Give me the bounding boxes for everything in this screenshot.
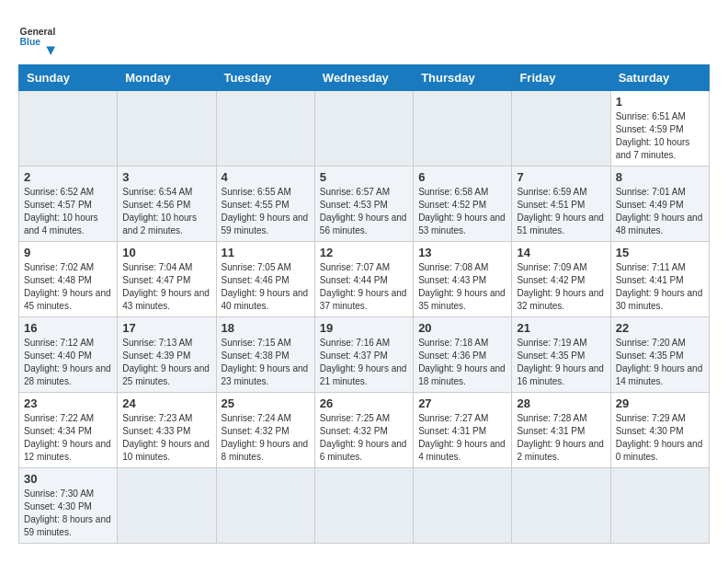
day-number: 22 bbox=[616, 321, 704, 335]
day-number: 26 bbox=[320, 396, 408, 410]
day-info: Sunrise: 7:13 AM Sunset: 4:39 PM Dayligh… bbox=[122, 337, 210, 388]
day-number: 16 bbox=[24, 321, 112, 335]
day-number: 3 bbox=[122, 170, 210, 184]
calendar-cell: 10Sunrise: 7:04 AM Sunset: 4:47 PM Dayli… bbox=[118, 242, 216, 317]
day-number: 17 bbox=[122, 321, 210, 335]
logo-icon: General Blue bbox=[18, 18, 55, 55]
day-info: Sunrise: 6:59 AM Sunset: 4:51 PM Dayligh… bbox=[517, 186, 605, 237]
calendar-cell: 26Sunrise: 7:25 AM Sunset: 4:32 PM Dayli… bbox=[314, 393, 413, 468]
day-info: Sunrise: 7:29 AM Sunset: 4:30 PM Dayligh… bbox=[616, 412, 704, 464]
day-number: 14 bbox=[517, 246, 605, 259]
svg-marker-2 bbox=[46, 46, 55, 55]
day-info: Sunrise: 7:24 AM Sunset: 4:32 PM Dayligh… bbox=[222, 412, 310, 464]
calendar-cell bbox=[414, 91, 512, 167]
day-info: Sunrise: 7:25 AM Sunset: 4:32 PM Dayligh… bbox=[320, 412, 408, 464]
calendar-cell: 6Sunrise: 6:58 AM Sunset: 4:52 PM Daylig… bbox=[414, 167, 512, 242]
day-number: 15 bbox=[616, 246, 704, 259]
calendar-table: SundayMondayTuesdayWednesdayThursdayFrid… bbox=[18, 64, 710, 544]
calendar-cell: 1Sunrise: 6:51 AM Sunset: 4:59 PM Daylig… bbox=[610, 91, 709, 167]
calendar-cell: 7Sunrise: 6:59 AM Sunset: 4:51 PM Daylig… bbox=[512, 167, 610, 242]
svg-text:General: General bbox=[20, 27, 55, 37]
day-info: Sunrise: 7:08 AM Sunset: 4:43 PM Dayligh… bbox=[418, 261, 506, 313]
day-number: 8 bbox=[616, 170, 704, 184]
day-number: 19 bbox=[320, 321, 408, 335]
week-row-3: 9Sunrise: 7:02 AM Sunset: 4:48 PM Daylig… bbox=[19, 242, 710, 317]
calendar-cell: 8Sunrise: 7:01 AM Sunset: 4:49 PM Daylig… bbox=[610, 167, 709, 242]
week-row-1: 1Sunrise: 6:51 AM Sunset: 4:59 PM Daylig… bbox=[19, 91, 710, 167]
day-info: Sunrise: 7:15 AM Sunset: 4:38 PM Dayligh… bbox=[222, 337, 310, 388]
day-number: 2 bbox=[24, 170, 112, 184]
day-number: 25 bbox=[222, 396, 310, 410]
day-info: Sunrise: 7:22 AM Sunset: 4:34 PM Dayligh… bbox=[24, 412, 112, 464]
calendar-cell: 13Sunrise: 7:08 AM Sunset: 4:43 PM Dayli… bbox=[414, 242, 512, 317]
calendar-cell: 27Sunrise: 7:27 AM Sunset: 4:31 PM Dayli… bbox=[414, 393, 512, 468]
calendar-cell: 5Sunrise: 6:57 AM Sunset: 4:53 PM Daylig… bbox=[314, 167, 413, 242]
calendar-cell: 25Sunrise: 7:24 AM Sunset: 4:32 PM Dayli… bbox=[216, 393, 314, 468]
calendar-cell: 4Sunrise: 6:55 AM Sunset: 4:55 PM Daylig… bbox=[216, 167, 314, 242]
day-number: 4 bbox=[222, 170, 310, 184]
day-info: Sunrise: 7:18 AM Sunset: 4:36 PM Dayligh… bbox=[418, 337, 506, 388]
day-info: Sunrise: 7:09 AM Sunset: 4:42 PM Dayligh… bbox=[517, 261, 605, 313]
calendar-cell: 16Sunrise: 7:12 AM Sunset: 4:40 PM Dayli… bbox=[19, 317, 118, 393]
day-number: 7 bbox=[517, 170, 605, 184]
day-info: Sunrise: 7:05 AM Sunset: 4:46 PM Dayligh… bbox=[222, 261, 310, 313]
calendar-cell: 12Sunrise: 7:07 AM Sunset: 4:44 PM Dayli… bbox=[314, 242, 413, 317]
logo: General Blue bbox=[18, 18, 55, 55]
day-info: Sunrise: 7:28 AM Sunset: 4:31 PM Dayligh… bbox=[517, 412, 605, 464]
calendar-cell: 15Sunrise: 7:11 AM Sunset: 4:41 PM Dayli… bbox=[610, 242, 709, 317]
day-number: 18 bbox=[222, 321, 310, 335]
calendar-cell bbox=[414, 468, 512, 544]
day-number: 12 bbox=[320, 246, 408, 259]
calendar-cell: 3Sunrise: 6:54 AM Sunset: 4:56 PM Daylig… bbox=[118, 167, 216, 242]
day-info: Sunrise: 7:20 AM Sunset: 4:35 PM Dayligh… bbox=[616, 337, 704, 388]
day-header-sunday: Sunday bbox=[19, 65, 118, 91]
calendar-cell: 22Sunrise: 7:20 AM Sunset: 4:35 PM Dayli… bbox=[610, 317, 709, 393]
week-row-4: 16Sunrise: 7:12 AM Sunset: 4:40 PM Dayli… bbox=[19, 317, 710, 393]
calendar-cell: 11Sunrise: 7:05 AM Sunset: 4:46 PM Dayli… bbox=[216, 242, 314, 317]
day-header-monday: Monday bbox=[118, 65, 216, 91]
week-row-2: 2Sunrise: 6:52 AM Sunset: 4:57 PM Daylig… bbox=[19, 167, 710, 242]
calendar-cell: 30Sunrise: 7:30 AM Sunset: 4:30 PM Dayli… bbox=[19, 468, 118, 544]
day-number: 1 bbox=[616, 95, 704, 109]
day-header-thursday: Thursday bbox=[414, 65, 512, 91]
calendar-cell bbox=[610, 468, 709, 544]
day-info: Sunrise: 7:30 AM Sunset: 4:30 PM Dayligh… bbox=[24, 488, 112, 539]
week-row-5: 23Sunrise: 7:22 AM Sunset: 4:34 PM Dayli… bbox=[19, 393, 710, 468]
day-number: 6 bbox=[418, 170, 506, 184]
calendar-cell bbox=[19, 91, 118, 167]
calendar-cell: 23Sunrise: 7:22 AM Sunset: 4:34 PM Dayli… bbox=[19, 393, 118, 468]
day-info: Sunrise: 7:07 AM Sunset: 4:44 PM Dayligh… bbox=[320, 261, 408, 313]
day-header-friday: Friday bbox=[512, 65, 610, 91]
day-info: Sunrise: 7:16 AM Sunset: 4:37 PM Dayligh… bbox=[320, 337, 408, 388]
calendar-cell: 29Sunrise: 7:29 AM Sunset: 4:30 PM Dayli… bbox=[610, 393, 709, 468]
calendar-cell: 24Sunrise: 7:23 AM Sunset: 4:33 PM Dayli… bbox=[118, 393, 216, 468]
calendar-cell: 9Sunrise: 7:02 AM Sunset: 4:48 PM Daylig… bbox=[19, 242, 118, 317]
day-number: 9 bbox=[24, 246, 112, 259]
day-number: 20 bbox=[418, 321, 506, 335]
day-number: 23 bbox=[24, 396, 112, 410]
day-info: Sunrise: 6:52 AM Sunset: 4:57 PM Dayligh… bbox=[24, 186, 112, 237]
day-header-saturday: Saturday bbox=[610, 65, 709, 91]
calendar-cell: 18Sunrise: 7:15 AM Sunset: 4:38 PM Dayli… bbox=[216, 317, 314, 393]
day-header-tuesday: Tuesday bbox=[216, 65, 314, 91]
calendar-cell: 20Sunrise: 7:18 AM Sunset: 4:36 PM Dayli… bbox=[414, 317, 512, 393]
day-info: Sunrise: 7:27 AM Sunset: 4:31 PM Dayligh… bbox=[418, 412, 506, 464]
day-info: Sunrise: 6:51 AM Sunset: 4:59 PM Dayligh… bbox=[616, 110, 704, 162]
calendar-header-row: SundayMondayTuesdayWednesdayThursdayFrid… bbox=[19, 65, 710, 91]
day-number: 11 bbox=[222, 246, 310, 259]
day-info: Sunrise: 7:04 AM Sunset: 4:47 PM Dayligh… bbox=[122, 261, 210, 313]
day-info: Sunrise: 6:57 AM Sunset: 4:53 PM Dayligh… bbox=[320, 186, 408, 237]
day-info: Sunrise: 7:23 AM Sunset: 4:33 PM Dayligh… bbox=[122, 412, 210, 464]
day-number: 24 bbox=[122, 396, 210, 410]
calendar-cell bbox=[314, 468, 413, 544]
day-info: Sunrise: 7:19 AM Sunset: 4:35 PM Dayligh… bbox=[517, 337, 605, 388]
day-number: 28 bbox=[517, 396, 605, 410]
day-info: Sunrise: 6:58 AM Sunset: 4:52 PM Dayligh… bbox=[418, 186, 506, 237]
day-info: Sunrise: 6:55 AM Sunset: 4:55 PM Dayligh… bbox=[222, 186, 310, 237]
day-number: 13 bbox=[418, 246, 506, 259]
day-info: Sunrise: 6:54 AM Sunset: 4:56 PM Dayligh… bbox=[122, 186, 210, 237]
day-header-wednesday: Wednesday bbox=[314, 65, 413, 91]
calendar-cell: 21Sunrise: 7:19 AM Sunset: 4:35 PM Dayli… bbox=[512, 317, 610, 393]
day-number: 30 bbox=[24, 472, 112, 486]
calendar-cell bbox=[216, 468, 314, 544]
